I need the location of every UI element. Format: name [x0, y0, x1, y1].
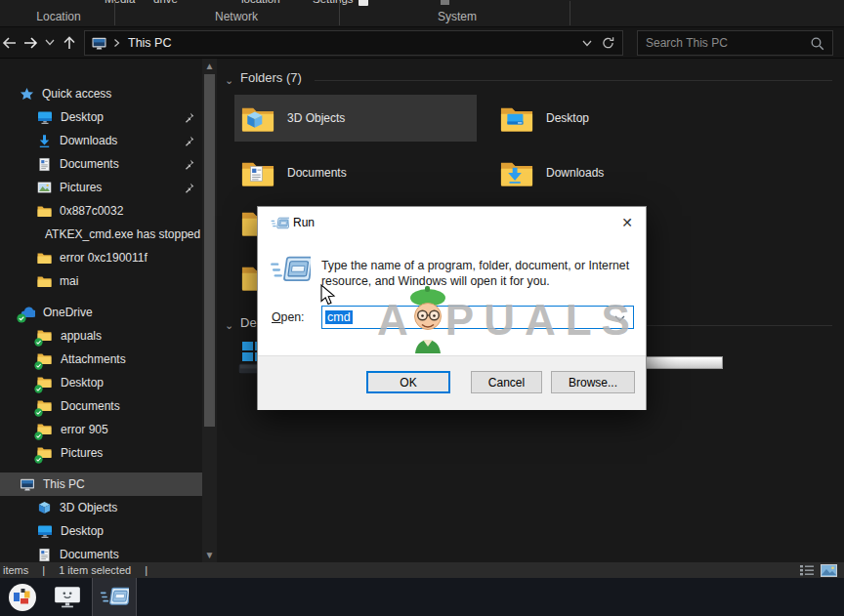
- sidebar-item-pictures[interactable]: Pictures: [0, 176, 202, 199]
- taskbar-app-monitor[interactable]: [51, 578, 84, 616]
- folder-icon: [37, 275, 52, 288]
- ribbon-separator: [339, 1, 340, 25]
- open-label: Open:: [272, 310, 305, 324]
- sidebar-item-folder[interactable]: mai: [0, 269, 202, 293]
- sidebar-item-folder-synced[interactable]: Pictures: [0, 441, 202, 465]
- scrollbar-thumb[interactable]: [204, 74, 215, 427]
- folder-icon: [37, 205, 52, 218]
- folder-tile-downloads[interactable]: Downloads: [493, 149, 736, 196]
- browse-button[interactable]: Browse...: [551, 371, 635, 393]
- desktop-folder-icon: [499, 103, 534, 133]
- taskbar: ENG 9:28 AM 6/25/2019: [0, 578, 844, 616]
- status-divider: |: [145, 564, 148, 576]
- documents-icon: [37, 548, 52, 562]
- address-dropdown-chevron-icon[interactable]: [582, 40, 592, 47]
- ribbon-group-location: Location: [0, 10, 117, 23]
- section-divider: [315, 80, 832, 81]
- desktop-icon: [37, 524, 53, 539]
- documents-folder-icon: [240, 158, 275, 187]
- pin-icon: [183, 111, 194, 124]
- devices-section-header[interactable]: De: [240, 315, 257, 330]
- sync-check-icon: [34, 361, 43, 370]
- ribbon-button-location[interactable]: location: [241, 0, 280, 5]
- sidebar-item-3d-objects[interactable]: 3D Objects: [0, 496, 202, 519]
- run-command-combobox[interactable]: cmd: [321, 306, 634, 329]
- sync-check-icon: [34, 455, 43, 464]
- folder-tile-documents[interactable]: Documents: [234, 149, 477, 196]
- sidebar-item-desktop[interactable]: Desktop: [0, 519, 202, 543]
- selection-count: 1 item selected: [59, 564, 131, 576]
- forward-button-icon[interactable]: [23, 35, 40, 51]
- monitor-smiley-icon: [53, 585, 82, 610]
- folders-section-header[interactable]: Folders (7): [240, 70, 302, 85]
- sidebar-item-this-pc[interactable]: This PC: [0, 472, 202, 496]
- ribbon-button-media[interactable]: Media: [105, 0, 135, 5]
- sync-check-icon: [34, 431, 43, 440]
- sync-check-icon: [34, 385, 43, 393]
- sidebar-item-documents[interactable]: Documents: [0, 152, 202, 176]
- search-input[interactable]: [638, 36, 810, 50]
- scroll-up-icon[interactable]: ▲: [204, 61, 215, 71]
- sidebar-item-downloads[interactable]: Downloads: [0, 129, 202, 152]
- sync-check-icon: [34, 338, 43, 347]
- run-dialog: Run ✕ Type the name of a program, folder…: [257, 206, 647, 410]
- breadcrumb[interactable]: This PC: [128, 36, 171, 50]
- sidebar-item-folder-synced[interactable]: error 905: [0, 418, 202, 441]
- status-bar: items | 1 item selected |: [0, 562, 844, 578]
- folder-tile-desktop[interactable]: Desktop: [493, 95, 736, 142]
- folder-tile-3d-objects[interactable]: 3D Objects: [234, 95, 477, 142]
- cancel-button[interactable]: Cancel: [471, 371, 542, 393]
- sidebar-item-folder[interactable]: ATKEX_cmd.exe has stopped wor: [0, 223, 202, 246]
- sidebar-item-folder[interactable]: error 0xc190011f: [0, 246, 202, 269]
- scroll-down-icon[interactable]: ▼: [204, 550, 215, 560]
- run-window-icon: [100, 585, 129, 609]
- taskbar-app-colorful[interactable]: [6, 578, 39, 616]
- navigation-bar: This PC: [0, 27, 844, 59]
- address-bar[interactable]: This PC: [84, 30, 623, 56]
- devices-section-chevron-icon[interactable]: ⌄: [225, 319, 233, 332]
- refresh-icon[interactable]: [602, 36, 614, 50]
- documents-icon: [37, 157, 52, 172]
- sidebar-item-quick-access[interactable]: Quick access: [0, 82, 202, 105]
- run-dialog-title: Run: [293, 216, 315, 229]
- sidebar-item-folder[interactable]: 0x887c0032: [0, 199, 202, 223]
- status-divider: |: [42, 564, 45, 576]
- settings-icon: [359, 0, 368, 6]
- search-icon[interactable]: [810, 36, 824, 51]
- sidebar-item-desktop[interactable]: Desktop: [0, 105, 202, 129]
- run-title-icon: [271, 216, 289, 231]
- ribbon-button-settings[interactable]: Settings: [313, 0, 354, 5]
- run-dialog-footer: OK Cancel Browse...: [258, 355, 646, 410]
- sidebar-item-folder-synced[interactable]: appuals: [0, 324, 202, 348]
- sidebar-item-folder-synced[interactable]: Attachments: [0, 348, 202, 371]
- folders-section-chevron-icon[interactable]: ⌄: [225, 74, 233, 87]
- run-dialog-icon: [270, 253, 311, 287]
- run-dialog-titlebar[interactable]: Run ✕: [258, 207, 646, 238]
- combobox-chevron-icon[interactable]: [614, 315, 625, 322]
- ribbon-separator: [114, 1, 115, 25]
- sidebar-item-documents[interactable]: Documents: [0, 543, 202, 562]
- pin-icon: [183, 158, 194, 171]
- downloads-icon: [37, 134, 52, 148]
- folder-icon: [37, 252, 52, 265]
- large-icons-view-icon[interactable]: [821, 564, 837, 577]
- up-button-icon[interactable]: [62, 35, 77, 51]
- close-icon[interactable]: ✕: [618, 214, 636, 231]
- pin-icon: [183, 182, 194, 194]
- run-command-value[interactable]: cmd: [325, 310, 353, 324]
- ribbon-button-drive[interactable]: drive: [153, 0, 178, 5]
- sidebar-item-folder-synced[interactable]: Desktop: [0, 371, 202, 394]
- ribbon: Media drive location Settings Location N…: [0, 0, 844, 27]
- details-view-icon[interactable]: [799, 564, 815, 576]
- run-dialog-message: Type the name of a program, folder, docu…: [321, 258, 629, 289]
- ok-button[interactable]: OK: [366, 371, 450, 393]
- desktop-screen: Media drive location Settings Location N…: [0, 0, 844, 616]
- sidebar-item-folder-synced[interactable]: Documents: [0, 394, 202, 418]
- search-box[interactable]: [637, 30, 833, 56]
- recent-locations-chevron-icon[interactable]: [45, 39, 55, 46]
- 3d-objects-folder-icon: [240, 103, 275, 133]
- taskbar-app-run-explorer[interactable]: [92, 578, 137, 616]
- sidebar-scrollbar[interactable]: ▲ ▼: [202, 59, 217, 562]
- sidebar-item-onedrive[interactable]: OneDrive: [0, 301, 202, 324]
- back-button-icon[interactable]: [0, 35, 17, 51]
